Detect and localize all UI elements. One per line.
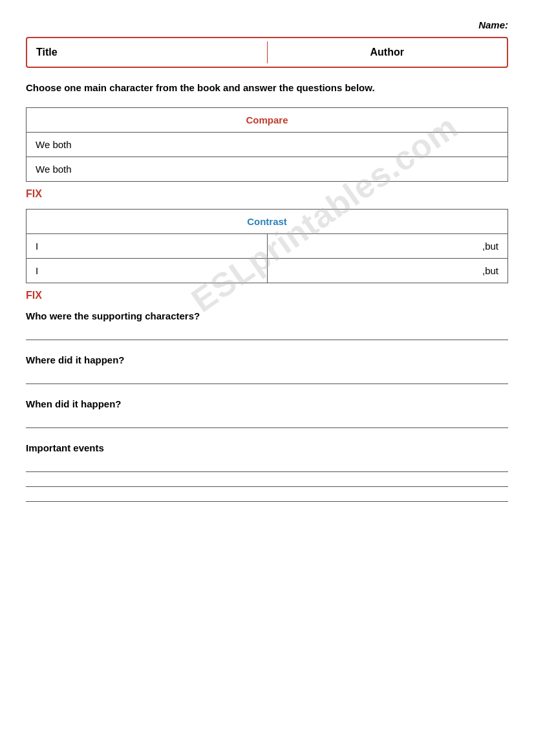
- contrast-row-2-left: I: [27, 258, 268, 283]
- contrast-header: Contrast: [27, 209, 508, 233]
- events-line-3: [26, 501, 508, 502]
- contrast-row-2-right: ,but: [267, 258, 508, 283]
- instructions-text: Choose one main character from the book …: [26, 81, 508, 96]
- title-cell: Title: [27, 41, 268, 63]
- name-label: Name:: [26, 19, 508, 30]
- answer-line-1: [26, 340, 508, 340]
- author-cell: Author: [268, 41, 507, 63]
- answer-line-2: [26, 383, 508, 384]
- contrast-row-1-right: ,but: [267, 233, 508, 258]
- contrast-table: Contrast I ,but I ,but: [26, 209, 508, 283]
- question-1: Who were the supporting characters?: [26, 310, 508, 340]
- title-author-box: Title Author: [26, 37, 508, 68]
- compare-row-2: We both: [27, 157, 508, 181]
- events-line-2: [26, 486, 508, 487]
- compare-row-1: We both: [27, 132, 508, 157]
- fix-label-1: FIX: [26, 188, 508, 200]
- contrast-row-1-left: I: [27, 233, 268, 258]
- fix-label-2: FIX: [26, 290, 508, 301]
- question-2: Where did it happen?: [26, 354, 508, 384]
- question-3: When did it happen?: [26, 398, 508, 428]
- answer-line-3: [26, 427, 508, 428]
- important-events-lines: [26, 471, 508, 502]
- compare-header: Compare: [27, 107, 508, 132]
- events-line-1: [26, 471, 508, 472]
- important-events-section: Important events: [26, 442, 508, 502]
- compare-table: Compare We both We both: [26, 107, 508, 182]
